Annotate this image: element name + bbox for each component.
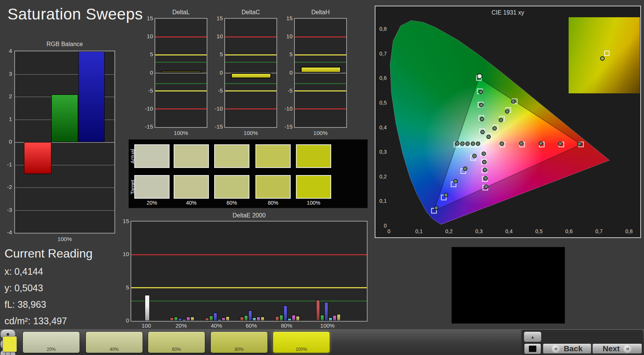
cie-measured-circle-blue-60pct xyxy=(454,180,458,183)
cie-xtick-0,3: 0,3 xyxy=(471,228,486,234)
cie-ytick-0,3: 0,3 xyxy=(376,149,387,155)
delta-refline-5 xyxy=(295,54,346,55)
cie-measured-circle-red-20pct xyxy=(500,142,504,145)
deltae-bar-60%-cyan xyxy=(252,318,256,321)
deltah-chart: DeltaH 100% 151050-5-10-15 xyxy=(278,9,349,138)
cie-measured-circle-cyan-40pct xyxy=(471,142,475,145)
deltah-title: DeltaH xyxy=(294,9,347,16)
display-pattern-button[interactable] xyxy=(524,343,542,355)
pattern-button-label-20%: 20% xyxy=(23,347,80,352)
delta-ytick-15: 15 xyxy=(211,15,223,21)
pattern-button-60%[interactable]: 60% xyxy=(148,331,205,353)
pattern-button-label-40%: 40% xyxy=(86,347,143,352)
swatch-actual-60% xyxy=(214,144,249,168)
swatch-target-20% xyxy=(134,175,170,199)
cie-measured-circle-blue-80pct xyxy=(444,193,448,197)
deltal-title: DeltaL xyxy=(155,9,207,16)
deltae-bar-80%-blue xyxy=(284,306,287,321)
deltae-2000-chart: DeltaE 2000 15105010020%40%60%80%100% xyxy=(113,212,375,329)
cie-measured-circle-magenta-80pct xyxy=(484,177,488,180)
cie-xtick-0,1: 0,1 xyxy=(411,228,426,234)
back-button[interactable]: « Back xyxy=(543,343,591,354)
rgb-ytick--1: -1 xyxy=(3,161,12,168)
delta-ytick-5: 5 xyxy=(281,51,293,57)
deltae-bar-20%-blue xyxy=(178,318,182,321)
cie-title: CIE 1931 xy xyxy=(375,9,640,16)
swatch-col-label-80%: 80% xyxy=(255,200,291,206)
reading-x-value: 0,4144 xyxy=(14,266,43,277)
app-root: { "title": "Saturation Sweeps", "current… xyxy=(0,0,644,355)
deltae-bar-80%-green xyxy=(279,315,283,321)
deltah-x-label: 100% xyxy=(294,130,347,136)
delta-ytick-15: 15 xyxy=(141,15,153,21)
delta-ytick--5: -5 xyxy=(281,87,293,94)
delta-ytick-0: 0 xyxy=(281,69,293,76)
delta-refline--10 xyxy=(225,108,276,109)
pattern-button-20%[interactable]: 20% xyxy=(23,331,80,353)
deltae-bar-60%-green xyxy=(244,315,248,321)
deltae-bar-20%-cyan xyxy=(182,319,186,321)
inset-measured-circle xyxy=(600,56,605,61)
cie-ytick-0,8: 0,8 xyxy=(376,26,387,32)
deltae-group-label-80%: 80% xyxy=(273,322,300,329)
deltal-chart: DeltaL 100% 151050-5-10-15 xyxy=(138,9,209,138)
delta-bar-DeltaH xyxy=(301,67,341,73)
delta-refline--5 xyxy=(155,90,207,91)
deltae-bar-20%-green xyxy=(174,317,178,321)
cie-measured-circle-magenta-20pct xyxy=(482,152,486,156)
cie-measured-circle-blue-20pct xyxy=(473,154,476,158)
deltae-bar-80%-red xyxy=(275,316,279,321)
deltae-bar-60%-blue xyxy=(248,310,252,321)
pattern-button-100%[interactable]: 100% xyxy=(273,331,330,353)
active-pattern-swatch[interactable] xyxy=(3,336,17,352)
deltae-bar-80%-yellow xyxy=(296,316,300,321)
swatch-actual-80% xyxy=(255,144,291,168)
delta-ytick-0: 0 xyxy=(211,69,223,76)
cie-xtick-0,8: 0,8 xyxy=(621,228,636,234)
reading-fl-value: 38,963 xyxy=(18,299,46,310)
swatch-target-80% xyxy=(255,175,291,199)
pattern-button-80%[interactable]: 80% xyxy=(210,331,268,353)
cie-measured-circle-blue-100pct xyxy=(434,206,438,210)
rgb-ytick-2: 2 xyxy=(3,93,12,99)
rgb-bar-blue xyxy=(78,51,105,142)
deltae-bar-20%-yellow xyxy=(191,317,194,321)
cie-measured-circle-cyan-100pct xyxy=(455,142,459,145)
pattern-button-label-60%: 60% xyxy=(148,347,205,352)
rgb-ytick--2: -2 xyxy=(3,184,12,190)
up-arrow-icon: ▲ xyxy=(531,335,535,339)
swatch-col-label-20%: 20% xyxy=(134,200,170,206)
deltae-refline-5 xyxy=(131,287,367,288)
bottom-toolbar: ▲ « Back Next » 20%40%60%80%100%■▶[··]∞⟳ xyxy=(0,329,644,355)
cie-measured-circle-green-60pct xyxy=(479,103,483,107)
collapse-toolbar-button[interactable]: ▲ xyxy=(524,331,542,342)
deltal-x-label: 100% xyxy=(155,130,207,136)
deltae-bar-20%-magenta xyxy=(186,317,190,321)
deltae-bar-40%-magenta xyxy=(222,318,225,321)
cie-ytick-0,5: 0,5 xyxy=(376,100,387,106)
cie-xtick-0,7: 0,7 xyxy=(591,228,606,234)
cie-measured-circle-red-40pct xyxy=(519,142,523,145)
next-button[interactable]: Next » xyxy=(592,343,642,354)
pattern-button-40%[interactable]: 40% xyxy=(86,331,143,353)
reading-cdm2-value: 133,497 xyxy=(33,316,67,326)
cie-measured-circle-yellow-60pct xyxy=(499,118,503,122)
rgb-balance-title: RGB Balance xyxy=(14,41,115,48)
cie-ytick-0: 0 xyxy=(376,223,387,229)
cie-measured-circle-yellow-100pct xyxy=(512,100,515,103)
deltae-group-label-100%: 100% xyxy=(314,322,341,329)
reading-y-value: 0,5043 xyxy=(14,283,43,293)
deltae-bar-100%-cyan xyxy=(329,318,332,321)
deltae-bar-100%-magenta xyxy=(333,315,336,321)
deltae-bar-40%-cyan xyxy=(218,319,221,321)
rgb-bar-red xyxy=(24,142,51,174)
delta-ytick-0: 0 xyxy=(141,69,153,76)
cie-xtick-0: 0 xyxy=(381,228,396,234)
delta-ytick--10: -10 xyxy=(141,105,153,112)
deltae-bar-60%-yellow xyxy=(261,317,264,321)
reading-y: y: 0,5043 xyxy=(5,283,43,294)
range-icon: [··] xyxy=(5,352,11,355)
delta-ytick-15: 15 xyxy=(281,15,293,21)
delta-refline-5 xyxy=(155,54,207,55)
back-label: Back xyxy=(564,344,582,353)
